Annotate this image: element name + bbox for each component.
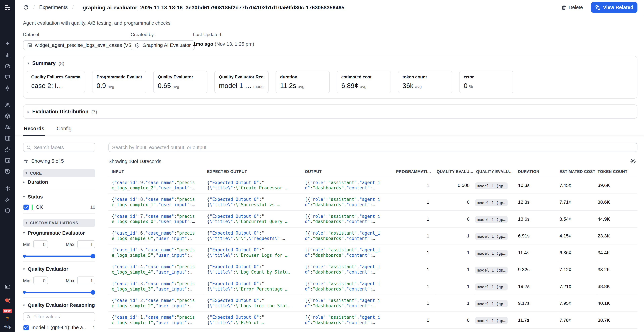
record-row[interactable]: {"case_id":5,"case_name":"precise_logs_s…	[108, 244, 638, 261]
facet-programmatic-evaluator[interactable]: Programmatic Evaluator	[23, 227, 95, 239]
cell-duration: 10.3s	[517, 177, 559, 194]
hexagon-icon[interactable]	[0, 205, 15, 216]
summary-card[interactable]: estimated cost6.89¢avg	[337, 71, 391, 93]
slider-handle-max[interactable]	[91, 290, 95, 294]
summary-card[interactable]: duration11.2savg	[276, 71, 330, 93]
tab-config[interactable]: Config	[56, 126, 72, 136]
summary-card-title: Quality Evaluator Reaso…	[219, 74, 264, 79]
summary-card-suffix: %	[469, 84, 473, 89]
programmatic-max-input[interactable]	[77, 240, 95, 248]
column-header-2[interactable]: EXPECTED OUTPUT	[204, 168, 302, 177]
summary-card[interactable]: Quality Evaluator0.65avg	[153, 71, 208, 93]
delete-button[interactable]: Delete	[561, 4, 583, 10]
summary-card[interactable]: Quality Failures Summarycase 2: i…	[27, 71, 85, 93]
record-row[interactable]: {"case_id":9,"case_name":"precise_logs_c…	[108, 177, 638, 194]
record-row[interactable]: {"case_id":3,"case_name":"precise_logs_s…	[108, 278, 638, 295]
tool-icon[interactable]	[0, 194, 15, 205]
facet-section-core[interactable]: CORE	[23, 169, 95, 177]
cell-tokens: 39.6K	[597, 177, 638, 194]
column-header-7[interactable]: DURATION	[517, 168, 559, 177]
column-header-9[interactable]: TOKEN COUNT	[597, 168, 638, 177]
cell-tokens: 23.3K	[597, 228, 638, 244]
bolt-icon[interactable]	[0, 82, 15, 94]
programmatic-min-max: Min Max	[23, 240, 95, 248]
paddle-icon[interactable]	[0, 295, 15, 306]
slider-handle-max[interactable]	[91, 254, 95, 258]
facet-search[interactable]	[23, 142, 95, 152]
quality-max-input[interactable]	[77, 276, 95, 284]
column-header-1[interactable]: INPUT	[108, 168, 204, 177]
column-header-5[interactable]: QUALITY EVALU…	[436, 168, 476, 177]
help-label[interactable]: Help	[4, 324, 11, 329]
table-icon[interactable]	[0, 155, 15, 166]
summary-card[interactable]: error0%	[459, 71, 514, 93]
distribution-panel-header[interactable]: Evaluation Distribution (7)	[23, 105, 637, 118]
tab-records[interactable]: Records	[23, 126, 45, 136]
record-row[interactable]: {"case_id":2,"case_name":"precise_logs_s…	[108, 295, 638, 312]
facet-status[interactable]: Status	[23, 190, 95, 203]
reasoning-pill: model 1 (gp…	[475, 182, 508, 189]
record-row[interactable]: {"case_id":4,"case_name":"precise_logs_s…	[108, 261, 638, 278]
container-icon[interactable]	[0, 281, 15, 292]
package-icon[interactable]	[0, 110, 15, 122]
programmatic-min-input[interactable]	[33, 240, 48, 248]
cell-input: {"case_id":7,"case_name":"precise_logs_c…	[108, 210, 204, 228]
column-header-6[interactable]: QUALITY EVALU…	[475, 168, 517, 177]
column-header-8[interactable]: ESTIMATED COST	[559, 168, 597, 177]
cell-quality: 0	[436, 194, 476, 210]
quality-min-input[interactable]	[33, 276, 48, 284]
record-row[interactable]: {"case_id":7,"case_name":"precise_logs_c…	[108, 210, 638, 228]
help-icon[interactable]: ?	[6, 316, 9, 322]
sliders-icon[interactable]	[0, 122, 15, 133]
facet-quality-evaluator[interactable]: Quality Evaluator	[23, 263, 95, 275]
gear-icon[interactable]	[630, 158, 636, 164]
cell-output: [{"role":"assistant","agent_id":"dashboa…	[302, 177, 395, 194]
summary-card[interactable]: Programmatic Evaluator0.9avg	[92, 71, 146, 93]
facet-duration[interactable]: Duration	[23, 177, 95, 189]
summary-card[interactable]: Quality Evaluator Reaso…model 1 …mode	[214, 71, 268, 93]
reasoning-filter[interactable]	[23, 312, 95, 321]
facet-status-ok[interactable]: OK 10	[23, 203, 95, 214]
slider-handle-min[interactable]	[23, 291, 26, 294]
chat-icon[interactable]	[0, 72, 15, 82]
checkbox-checked[interactable]	[23, 204, 29, 210]
records-search-input[interactable]	[112, 144, 634, 150]
cell-duration: 9.32s	[517, 261, 559, 278]
record-row[interactable]: {"case_id":1,"case_name":"precise_logs_s…	[108, 312, 638, 328]
app-logo[interactable]	[4, 4, 11, 12]
bar-chart-icon[interactable]	[0, 49, 15, 60]
created-by-chip[interactable]: Graphing AI Evaluator	[130, 40, 195, 50]
facet-section-custom[interactable]: CUSTOM EVALUATIONS	[23, 219, 95, 227]
facet-count: 1	[93, 325, 95, 330]
programmatic-range-slider[interactable]	[23, 251, 95, 262]
facet-quality-reasoning[interactable]: Quality Evaluator Reasoning	[23, 299, 95, 311]
column-header-4[interactable]: PROGRAMMATI…	[395, 168, 436, 177]
record-row[interactable]: {"case_id":0,"case_name":"precise_logs_s…	[108, 328, 638, 332]
checkbox-checked[interactable]	[23, 325, 29, 330]
quality-range-slider[interactable]	[23, 287, 95, 298]
record-row[interactable]: {"case_id":6,"case_name":"precise_logs_s…	[108, 228, 638, 244]
reasoning-pill: model 1 (gp…	[475, 317, 508, 324]
records-search[interactable]	[108, 142, 638, 152]
summary-card-title: Quality Failures Summary	[31, 74, 80, 79]
users-icon[interactable]	[0, 100, 15, 110]
facet-search-input[interactable]	[34, 144, 92, 150]
record-row[interactable]: {"case_id":8,"case_name":"precise_logs_c…	[108, 194, 638, 210]
summary-panel-header[interactable]: Summary (8)	[23, 56, 637, 70]
dataset-chip[interactable]: widget_agent_precise_logs_eval_cases (V5…	[23, 40, 137, 50]
refresh-icon[interactable]	[23, 4, 29, 10]
reasoning-filter-input[interactable]	[33, 314, 92, 320]
link-icon[interactable]	[0, 144, 15, 155]
sparkles-icon[interactable]	[0, 38, 15, 49]
snowflake-icon[interactable]	[0, 183, 15, 194]
history-icon[interactable]	[0, 166, 15, 177]
column-header-3[interactable]: OUTPUT	[302, 168, 395, 177]
view-related-button[interactable]: View Related	[591, 2, 638, 13]
board-icon[interactable]	[0, 133, 15, 144]
cell-reasoning: model 1 (gp…	[475, 295, 517, 312]
breadcrumb-experiments[interactable]: Experiments	[39, 4, 68, 10]
slider-handle-min[interactable]	[23, 255, 26, 258]
facet-reasoning-item[interactable]: model 1 (gpt-4.1): the agen… 1	[23, 322, 95, 332]
summary-card[interactable]: token count36kavg	[398, 71, 452, 93]
gauge-icon[interactable]	[0, 60, 15, 72]
